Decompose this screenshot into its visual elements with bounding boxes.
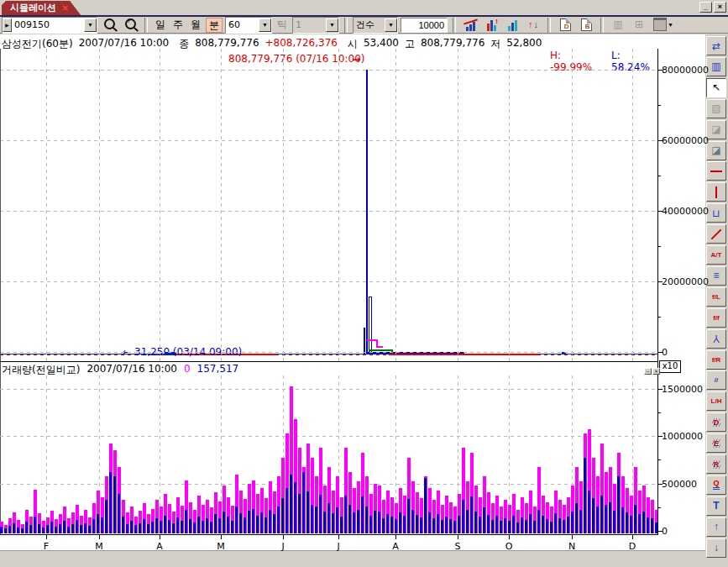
chart-style-tool-icon[interactable]: ▥ bbox=[706, 57, 726, 76]
stock-nav-icon[interactable]: ▶ bbox=[3, 18, 12, 32]
period-week-button[interactable]: 주 bbox=[170, 18, 186, 33]
doc-d-icon[interactable]: D bbox=[556, 17, 574, 33]
parallel-channel-tool-icon[interactable]: // bbox=[706, 370, 726, 390]
low-high-tool-icon[interactable]: L/H bbox=[706, 391, 726, 411]
scroll-down-icon[interactable]: ↓ bbox=[706, 538, 726, 558]
volume-bar-current bbox=[223, 512, 225, 533]
horizontal-line-tool-icon[interactable] bbox=[706, 161, 726, 181]
volume-chart-icon[interactable] bbox=[503, 17, 521, 33]
volume-bar-current bbox=[252, 509, 254, 533]
volume-bar-current bbox=[151, 522, 154, 533]
hatch-r-tool-icon[interactable]: R bbox=[706, 454, 726, 474]
search-zoom-button[interactable] bbox=[121, 17, 139, 33]
volume-bar-current bbox=[453, 521, 456, 533]
main-price-plot[interactable]: H: -99.99% L: 58.24% 808,779,776 (07/16 … bbox=[0, 49, 657, 361]
volume-bar-current bbox=[8, 526, 11, 533]
doc-b-icon[interactable]: B bbox=[577, 17, 595, 33]
volume-bar-current bbox=[97, 514, 99, 533]
gridline-horizontal bbox=[0, 140, 657, 141]
fibo-fan-tool-icon[interactable]: f/f bbox=[706, 308, 726, 328]
x-axis-label: J bbox=[281, 541, 284, 552]
volume-bar-current bbox=[563, 520, 565, 533]
tab-close-icon[interactable]: × bbox=[61, 3, 69, 13]
volume-bar-current bbox=[76, 520, 78, 533]
count-combo-dropdown-icon[interactable]: ▼ bbox=[385, 18, 397, 32]
line-chart-icon[interactable] bbox=[461, 17, 479, 33]
x-axis-label: A bbox=[392, 541, 399, 552]
volume-prev-value: 0 bbox=[184, 363, 191, 374]
price-spike-line bbox=[366, 70, 368, 354]
count-mode-value: 건수 bbox=[354, 18, 385, 31]
updown-arrows-icon[interactable]: ↑ ↓ bbox=[524, 17, 542, 33]
volume-bar-current bbox=[327, 503, 330, 533]
volume-bar-current bbox=[244, 517, 246, 533]
volume-bar-current bbox=[202, 521, 204, 533]
scroll-up-icon[interactable]: ↑ bbox=[706, 517, 726, 537]
text-note-tool-icon-glyph: A/T bbox=[711, 251, 722, 259]
volume-bar-current bbox=[160, 521, 162, 533]
volume-bar-current bbox=[273, 514, 275, 533]
gridline-horizontal bbox=[0, 70, 657, 71]
volume-plot[interactable] bbox=[0, 375, 657, 533]
parallel-lines-tool-icon[interactable]: ≡ bbox=[706, 266, 726, 286]
volume-bar-current bbox=[537, 510, 540, 533]
swap-tool-icon[interactable]: ⇄ bbox=[706, 36, 726, 55]
bottom-bar: ◀ ▶ ◀▶▶◀⊕⊖⊞⊠ bbox=[0, 550, 705, 567]
trend-line-tool-icon[interactable] bbox=[706, 224, 726, 244]
minute-interval-combo[interactable]: 60 ▼ bbox=[225, 17, 272, 34]
scroll-up-icon-glyph: ↑ bbox=[714, 521, 719, 533]
window-minimize-button[interactable]: _ bbox=[699, 2, 712, 13]
y-axis-minor-tick bbox=[657, 176, 661, 176]
fibo-level-tool-icon[interactable]: f/L bbox=[706, 287, 726, 307]
text-note-tool-icon[interactable]: A/T bbox=[706, 245, 726, 265]
volume-bar-current bbox=[621, 507, 624, 533]
stock-combo-dropdown-icon[interactable]: ▼ bbox=[84, 18, 97, 32]
quote-lines-tool-icon[interactable]: Q bbox=[706, 475, 726, 495]
bar-chart-icon[interactable]: ! bbox=[482, 17, 500, 33]
period-minute-button[interactable]: 분 bbox=[206, 18, 223, 33]
hatch-d-tool-icon[interactable]: D bbox=[706, 412, 726, 432]
fan-line-tool-icon[interactable]: Y bbox=[706, 329, 726, 349]
volume-bar-current bbox=[336, 507, 338, 533]
volume-bar-current bbox=[332, 513, 334, 533]
volume-bar-current bbox=[34, 517, 36, 533]
text-t-tool-icon[interactable]: T bbox=[706, 496, 726, 516]
window-close-button[interactable]: × bbox=[714, 2, 726, 13]
fibo-retrace-tool-icon[interactable]: f/R bbox=[706, 350, 726, 370]
volume-bar-current bbox=[554, 513, 557, 533]
search-stock-button[interactable] bbox=[100, 17, 118, 33]
count-mode-combo[interactable]: 건수 ▼ bbox=[353, 17, 398, 34]
volume-bar-current bbox=[550, 522, 553, 533]
volume-bar-current bbox=[311, 505, 313, 533]
vertical-line-tool-icon[interactable] bbox=[706, 182, 726, 202]
cursor-tool-icon[interactable]: ↖ bbox=[706, 78, 726, 97]
erase-one-tool-icon[interactable]: ◪ bbox=[706, 141, 726, 160]
erase-all-tool-icon[interactable]: ◪ bbox=[706, 120, 726, 139]
window-layout-icon[interactable]: ▼ bbox=[651, 17, 676, 33]
volume-bar-current bbox=[29, 525, 32, 533]
period-range-tool-icon[interactable]: ⊔ bbox=[706, 203, 726, 223]
x-axis-label: A bbox=[156, 541, 163, 552]
volume-bar-current bbox=[411, 510, 414, 533]
divider bbox=[600, 18, 604, 33]
volume-bar-current bbox=[176, 517, 179, 533]
price-spike-shoulder bbox=[364, 328, 365, 354]
volume-bar-current bbox=[407, 499, 410, 533]
x-axis-tick bbox=[99, 534, 100, 539]
simulation-tab[interactable]: 시뮬레이션 × bbox=[2, 1, 81, 15]
volume-bar-current bbox=[109, 472, 112, 533]
y-axis-minor-tick bbox=[657, 507, 661, 508]
count-input[interactable] bbox=[401, 18, 448, 33]
volume-bar-current bbox=[306, 491, 309, 533]
stock-code-combo[interactable]: ▶ 009150 ▼ bbox=[2, 17, 97, 34]
volume-bar-current bbox=[88, 526, 91, 533]
volume-pane-close-icon[interactable]: × bbox=[652, 368, 660, 375]
period-day-button[interactable]: 일 bbox=[153, 18, 168, 33]
volume-bar-current bbox=[181, 521, 183, 533]
minute-combo-dropdown-icon[interactable]: ▼ bbox=[259, 18, 271, 32]
cursor-tool-icon-glyph: ↖ bbox=[712, 81, 720, 93]
period-month-button[interactable]: 월 bbox=[188, 18, 203, 33]
erase-indicator-tool-icon[interactable]: ▨ bbox=[706, 99, 726, 118]
hatch-e-tool-icon[interactable]: E bbox=[706, 433, 726, 453]
volume-pane-minimize-icon[interactable]: – bbox=[644, 368, 652, 375]
